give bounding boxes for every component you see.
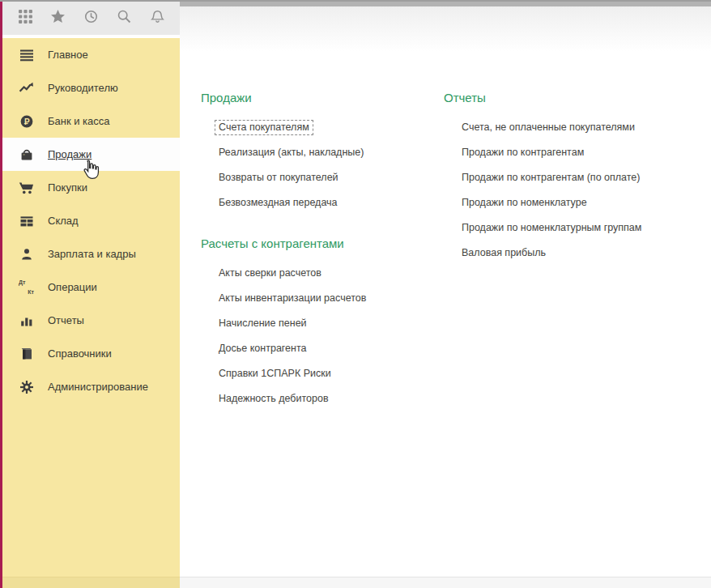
sidebar-item-label: Справочники bbox=[48, 347, 112, 360]
link-group: Акты сверки расчетов Акты инвентаризации… bbox=[201, 261, 436, 411]
window-bottom-strip bbox=[180, 577, 711, 588]
link-scheta-pokupatelyam[interactable]: Счета покупателям bbox=[201, 115, 436, 140]
sidebar-item-administrirovanie[interactable]: Администрирование bbox=[2, 370, 180, 403]
link-akty-inventarizatsii[interactable]: Акты инвентаризации расчетов bbox=[201, 286, 436, 311]
sidebar-item-zarplata-i-kadry[interactable]: Зарплата и кадры bbox=[2, 237, 180, 271]
svg-text:Р: Р bbox=[23, 117, 29, 126]
sidebar-item-label: Администрирование bbox=[48, 381, 148, 393]
quick-access-toolbar bbox=[2, 2, 180, 36]
apps-grid-button[interactable] bbox=[14, 7, 36, 30]
sidebar-item-bank-i-kassa[interactable]: Р Банк и касса bbox=[2, 104, 180, 138]
sidebar-item-glavnoe[interactable]: Главное bbox=[2, 38, 180, 71]
sidebar-item-pokupki[interactable]: Покупки bbox=[2, 171, 180, 204]
link-group: Счета, не оплаченные покупателями Продаж… bbox=[444, 115, 703, 266]
link-spravki-1spark[interactable]: Справки 1СПАРК Риски bbox=[201, 361, 436, 386]
link-vozvraty[interactable]: Возвраты от покупателей bbox=[201, 165, 436, 190]
search-button[interactable] bbox=[113, 7, 135, 30]
sidebar-item-sklad[interactable]: Склад bbox=[2, 204, 180, 237]
sidebar-item-label: Отчеты bbox=[48, 314, 84, 326]
sidebar-item-rukovoditelyu[interactable]: Руководителю bbox=[2, 71, 180, 104]
search-magnifier-icon bbox=[117, 9, 132, 28]
link-prodazhi-po-kontragentam[interactable]: Продажи по контрагентам bbox=[444, 140, 703, 165]
link-prodazhi-po-nomenklature[interactable]: Продажи по номенклатуре bbox=[444, 190, 703, 215]
apps-grid-icon bbox=[18, 9, 33, 28]
sidebar-item-label: Операции bbox=[48, 281, 97, 293]
sidebar-item-otchety[interactable]: Отчеты bbox=[2, 304, 180, 337]
commands-column-right: Отчеты Счета, не оплаченные покупателями… bbox=[444, 91, 703, 271]
gear-icon bbox=[19, 379, 34, 394]
sidebar-item-spravochniki[interactable]: Справочники bbox=[2, 337, 180, 370]
sidebar-bottom-strip bbox=[2, 577, 180, 588]
trend-arrow-icon bbox=[19, 80, 34, 96]
sidebar-item-label: Руководителю bbox=[48, 82, 118, 94]
sidebar-item-label: Склад bbox=[48, 215, 79, 227]
sidebar-item-prodazhi[interactable]: Продажи bbox=[2, 138, 180, 171]
pallet-grid-icon bbox=[19, 213, 34, 228]
link-prodazhi-po-kontragentam-oplata[interactable]: Продажи по контрагентам (по оплате) bbox=[444, 165, 703, 190]
group-title-otchety: Отчеты bbox=[444, 91, 703, 104]
link-group: Счета покупателям Реализация (акты, накл… bbox=[201, 115, 436, 215]
cart-icon bbox=[19, 180, 34, 195]
sidebar-item-operatsii[interactable]: Дт Кт Операции bbox=[2, 271, 180, 304]
group-title-raschety: Расчеты с контрагентами bbox=[201, 236, 436, 250]
link-nachislenie-peney[interactable]: Начисление пеней bbox=[201, 311, 436, 336]
bar-chart-icon bbox=[19, 313, 34, 328]
focused-link-box: Счета покупателям bbox=[215, 120, 313, 135]
sections-sidebar: Главное Руководителю Р Банк и касса bbox=[2, 38, 180, 577]
link-valovaya-pribyl[interactable]: Валовая прибыль bbox=[444, 241, 703, 266]
commands-column-left: Продажи Счета покупателям Реализация (ак… bbox=[201, 91, 436, 416]
link-realizatsiya[interactable]: Реализация (акты, накладные) bbox=[201, 140, 436, 165]
debit-credit-icon: Дт Кт bbox=[19, 279, 34, 295]
book-icon bbox=[19, 346, 34, 361]
sidebar-item-label: Покупки bbox=[48, 181, 87, 194]
notifications-bell-icon bbox=[150, 9, 165, 28]
sidebar-item-label: Главное bbox=[48, 49, 88, 61]
link-scheta-ne-oplachennye[interactable]: Счета, не оплаченные покупателями bbox=[444, 115, 703, 140]
link-dosye-kontragenta[interactable]: Досье контрагента bbox=[201, 336, 436, 361]
app-window: Главное Руководителю Р Банк и касса bbox=[0, 0, 711, 588]
sidebar-item-label: Продажи bbox=[48, 148, 92, 160]
person-icon bbox=[19, 246, 34, 262]
coin-icon: Р bbox=[19, 113, 34, 129]
notifications-button[interactable] bbox=[146, 7, 168, 30]
history-clock-icon bbox=[83, 9, 99, 28]
link-akty-sverki[interactable]: Акты сверки расчетов bbox=[201, 261, 436, 286]
link-bezvozmezdnaya[interactable]: Безвозмездная передача bbox=[201, 190, 436, 215]
favorites-star-icon bbox=[50, 9, 66, 28]
bag-icon bbox=[19, 147, 34, 162]
link-nadezhnost-debitorov[interactable]: Надежность дебиторов bbox=[201, 386, 436, 411]
link-prodazhi-po-nomenklaturnym-gruppam[interactable]: Продажи по номенклатурным группам bbox=[444, 215, 703, 241]
history-button[interactable] bbox=[80, 7, 103, 30]
group-title-prodazhi: Продажи bbox=[201, 91, 436, 104]
sidebar-item-label: Банк и касса bbox=[48, 115, 110, 127]
favorites-button[interactable] bbox=[47, 7, 70, 30]
sidebar-item-label: Зарплата и кадры bbox=[48, 248, 136, 260]
section-commands-panel: Продажи Счета покупателям Реализация (ак… bbox=[180, 6, 711, 577]
main-menu-icon bbox=[19, 47, 34, 62]
